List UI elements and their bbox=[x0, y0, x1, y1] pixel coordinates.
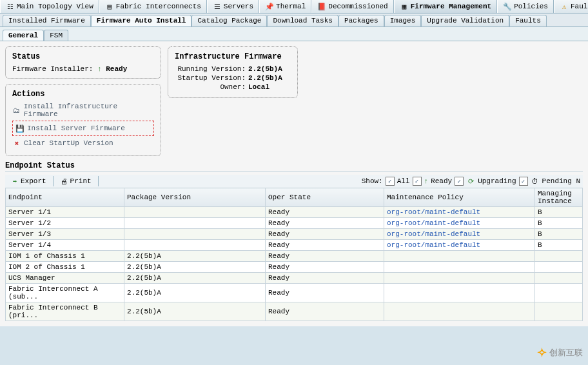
cell-maint: org-root/maint-default bbox=[384, 207, 535, 218]
cell-maint: org-root/maint-default bbox=[384, 218, 535, 229]
cell-endpoint: Fabric Interconnect A (sub... bbox=[6, 284, 124, 302]
subtab-firmware-auto-install[interactable]: Firmware Auto Install bbox=[91, 15, 192, 26]
actions-title: Actions bbox=[12, 90, 154, 99]
subtab-upgrade-validation[interactable]: Upgrade Validation bbox=[421, 15, 509, 26]
col-endpoint[interactable]: Endpoint bbox=[6, 188, 124, 207]
server-icon: ☰ bbox=[213, 2, 222, 11]
cell-managing: B bbox=[535, 207, 583, 218]
table-row[interactable]: Server 1/2Readyorg-root/maint-defaultB bbox=[6, 218, 583, 229]
tab-policies[interactable]: 🔧Policies bbox=[497, 0, 554, 13]
table-row[interactable]: Fabric Interconnect B (pri...2.2(5b)ARea… bbox=[6, 302, 583, 321]
table-row[interactable]: IOM 2 of Chassis 12.2(5b)AReady bbox=[6, 262, 583, 273]
table-row[interactable]: Server 1/3Readyorg-root/maint-defaultB bbox=[6, 229, 583, 240]
maint-link[interactable]: org-root/maint-default bbox=[387, 208, 480, 216]
cell-oper: Ready bbox=[266, 262, 384, 273]
export-button[interactable]: ➡Export bbox=[8, 176, 49, 186]
tab-main-topology[interactable]: ☷Main Topology View bbox=[0, 0, 99, 13]
filter-all-checkbox[interactable]: ✓ bbox=[386, 177, 395, 186]
col-package[interactable]: Package Version bbox=[124, 188, 266, 207]
subtab-faults[interactable]: Faults bbox=[509, 15, 547, 26]
cell-endpoint: IOM 2 of Chassis 1 bbox=[6, 262, 124, 273]
startup-value: 2.2(5b)A bbox=[248, 74, 282, 82]
installer-state: Ready bbox=[106, 65, 127, 73]
maint-link[interactable]: org-root/maint-default bbox=[387, 219, 480, 227]
install-server-icon: 💾 bbox=[15, 124, 24, 133]
cell-endpoint: Fabric Interconnect B (pri... bbox=[6, 302, 124, 321]
cell-endpoint: IOM 1 of Chassis 1 bbox=[6, 251, 124, 262]
print-icon: 🖨 bbox=[60, 177, 69, 186]
cell-oper: Ready bbox=[266, 229, 384, 240]
table-row[interactable]: Fabric Interconnect A (sub...2.2(5b)ARea… bbox=[6, 284, 583, 302]
watermark-text: 创新互联 bbox=[549, 347, 583, 359]
cell-oper: Ready bbox=[266, 218, 384, 229]
tab-fabric-interconnects[interactable]: ▤Fabric Interconnects bbox=[99, 0, 207, 13]
subtab-packages[interactable]: Packages bbox=[338, 15, 384, 26]
cell-package bbox=[124, 218, 266, 229]
cell-managing bbox=[535, 302, 583, 321]
topology-icon: ☷ bbox=[6, 2, 15, 11]
cell-maint bbox=[384, 284, 535, 302]
infra-title: Infrastructure Firmware bbox=[175, 52, 291, 61]
cell-endpoint: Server 1/2 bbox=[6, 218, 124, 229]
cell-managing bbox=[535, 273, 583, 284]
table-row[interactable]: UCS Manager2.2(5b)AReady bbox=[6, 273, 583, 284]
watermark-logo-icon: ✧ bbox=[537, 346, 547, 360]
action-clear-startup[interactable]: ✖ Clear StartUp Version bbox=[12, 139, 154, 148]
owner-value: Local bbox=[248, 83, 270, 91]
tab-faults[interactable]: ⚠Faults bbox=[554, 0, 588, 13]
filter-pending-checkbox[interactable]: ✓ bbox=[519, 177, 528, 186]
subtab-download-tasks[interactable]: Download Tasks bbox=[267, 15, 338, 26]
clear-startup-icon: ✖ bbox=[12, 139, 21, 148]
cell-managing: B bbox=[535, 218, 583, 229]
cell-maint: org-root/maint-default bbox=[384, 240, 535, 251]
table-row[interactable]: Server 1/4Readyorg-root/maint-defaultB bbox=[6, 240, 583, 251]
cell-maint bbox=[384, 302, 535, 321]
subtab-catalog-package[interactable]: Catalog Package bbox=[191, 15, 267, 26]
cell-endpoint: Server 1/4 bbox=[6, 240, 124, 251]
cell-managing bbox=[535, 262, 583, 273]
maint-link[interactable]: org-root/maint-default bbox=[387, 230, 480, 238]
print-button[interactable]: 🖨Print bbox=[57, 176, 94, 186]
inner-tab-fsm[interactable]: FSM bbox=[44, 30, 68, 41]
endpoint-status-head: Endpoint Status bbox=[5, 161, 583, 172]
tab-servers[interactable]: ☰Servers bbox=[207, 0, 259, 13]
status-panel: Status Firmware Installer: ↑ Ready bbox=[5, 46, 161, 79]
cell-package: 2.2(5b)A bbox=[124, 262, 266, 273]
cell-oper: Ready bbox=[266, 302, 384, 321]
ready-arrow-icon: ↑ bbox=[97, 65, 102, 73]
watermark: ✧ 创新互联 bbox=[537, 346, 583, 360]
subtab-images[interactable]: Images bbox=[384, 15, 422, 26]
inner-tabs: General FSM bbox=[0, 27, 588, 41]
col-managing[interactable]: Managing Instance bbox=[535, 188, 583, 207]
cell-oper: Ready bbox=[266, 240, 384, 251]
cell-package: 2.2(5b)A bbox=[124, 284, 266, 302]
inner-tab-general[interactable]: General bbox=[3, 30, 44, 41]
filter-upgrading-checkbox[interactable]: ✓ bbox=[455, 177, 464, 186]
table-row[interactable]: IOM 1 of Chassis 12.2(5b)AReady bbox=[6, 251, 583, 262]
tab-thermal[interactable]: 📌Thermal bbox=[259, 0, 311, 13]
content-area: Status Firmware Installer: ↑ Ready Actio… bbox=[0, 41, 588, 326]
tab-firmware-management[interactable]: ▦Firmware Management bbox=[394, 0, 497, 13]
table-row[interactable]: Server 1/1Readyorg-root/maint-defaultB bbox=[6, 207, 583, 218]
maint-link[interactable]: org-root/maint-default bbox=[387, 241, 480, 249]
install-infra-icon: 🗂 bbox=[12, 106, 21, 115]
cell-endpoint: Server 1/1 bbox=[6, 207, 124, 218]
installer-label: Firmware Installer: bbox=[12, 65, 93, 73]
tab-decommissioned[interactable]: 📕Decommissioned bbox=[311, 0, 393, 13]
action-install-server[interactable]: 💾 Install Server Firmware bbox=[12, 121, 154, 136]
filter-ready-checkbox[interactable]: ✓ bbox=[413, 177, 422, 186]
sub-tabs: Installed Firmware Firmware Auto Install… bbox=[0, 14, 588, 27]
owner-label: Owner: bbox=[175, 83, 246, 91]
cell-maint bbox=[384, 262, 535, 273]
cell-oper: Ready bbox=[266, 273, 384, 284]
faults-icon: ⚠ bbox=[560, 2, 569, 11]
actions-panel: Actions 🗂 Install Infrastructure Firmwar… bbox=[5, 84, 161, 156]
status-title: Status bbox=[12, 52, 154, 61]
filter-all-label: All bbox=[397, 177, 410, 185]
col-maint[interactable]: Maintenance Policy bbox=[384, 188, 535, 207]
subtab-installed-firmware[interactable]: Installed Firmware bbox=[3, 15, 91, 26]
col-oper[interactable]: Oper State bbox=[266, 188, 384, 207]
action-install-infra[interactable]: 🗂 Install Infrastructure Firmware bbox=[12, 103, 154, 118]
running-label: Running Version: bbox=[175, 65, 246, 73]
filter-upgrading-label: Upgrading bbox=[478, 177, 516, 185]
